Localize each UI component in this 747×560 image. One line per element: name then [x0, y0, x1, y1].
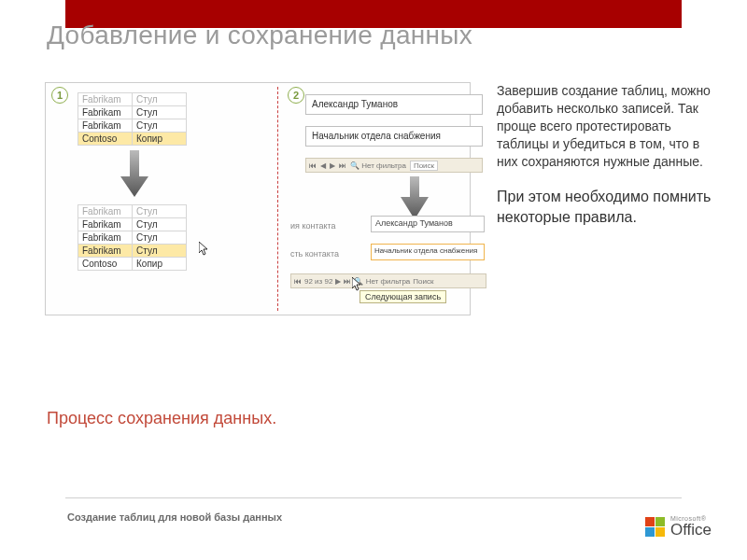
process-caption: Процесс сохранения данных.: [47, 409, 276, 428]
nav-first-icon: ⏮: [294, 277, 302, 286]
separator-dashed: [277, 87, 278, 311]
form-value-contact-title: Начальник отдела снабжения: [371, 244, 485, 260]
search-label: Поиск: [413, 277, 433, 286]
nav-last-icon: ⏭: [339, 161, 346, 170]
form-label-contact-title: сть контакта: [290, 249, 339, 259]
sample-table-before: FabrikamСтул FabrikamСтул FabrikamСтул C…: [78, 92, 187, 146]
office-tiles-icon: [645, 517, 665, 537]
office-logo: Microsoft® Office: [645, 515, 712, 538]
badge-step-1: 1: [51, 87, 68, 104]
form-field-name: Александр Туманов: [305, 94, 483, 115]
logo-office: Office: [670, 522, 712, 538]
badge-step-2: 2: [288, 87, 304, 104]
cursor-icon: [199, 242, 209, 257]
record-counter: 92 из 92: [304, 277, 332, 286]
footer-text: Создание таблиц для новой базы данных: [67, 511, 282, 523]
arrow-down-icon: [120, 150, 148, 197]
page-title: Добавление и сохранение данных: [47, 21, 472, 50]
nav-last-icon: ⏭: [344, 277, 351, 286]
footer-divider: [65, 497, 682, 498]
nav-prev-icon: ◀: [320, 161, 326, 170]
form-value-contact-name: Александр Туманов: [371, 216, 485, 232]
nofilter-label: 🔍 Нет фильтра: [354, 277, 410, 286]
form-field-title: Начальник отдела снабжения: [305, 126, 483, 147]
nav-next-icon: ▶: [330, 161, 335, 170]
nofilter-label: 🔍 Нет фильтра: [350, 161, 406, 170]
illustration-figure: 1 2 FabrikamСтул FabrikamСтул FabrikamСт…: [45, 82, 471, 315]
paragraph-2: При этом необходимо помнить некоторые пр…: [497, 187, 712, 227]
paragraph-1: Завершив создание таблиц, можно добавить…: [497, 82, 712, 170]
record-navbar-2: ⏮ 92 из 92 ▶ ⏭ 🔍 Нет фильтра Поиск: [290, 273, 486, 288]
description-text: Завершив создание таблиц, можно добавить…: [497, 82, 712, 245]
nav-first-icon: ⏮: [309, 161, 317, 170]
record-navbar-1: ⏮ ◀ ▶ ⏭ 🔍 Нет фильтра Поиск: [305, 158, 483, 173]
sample-table-after: FabrikamСтул FabrikamСтул FabrikamСтул F…: [78, 204, 187, 271]
search-label: Поиск: [410, 161, 438, 171]
tooltip-next-record: Следующая запись: [359, 290, 446, 303]
form-label-contact-name: ия контакта: [290, 221, 336, 231]
nav-next-icon: ▶: [335, 277, 341, 286]
